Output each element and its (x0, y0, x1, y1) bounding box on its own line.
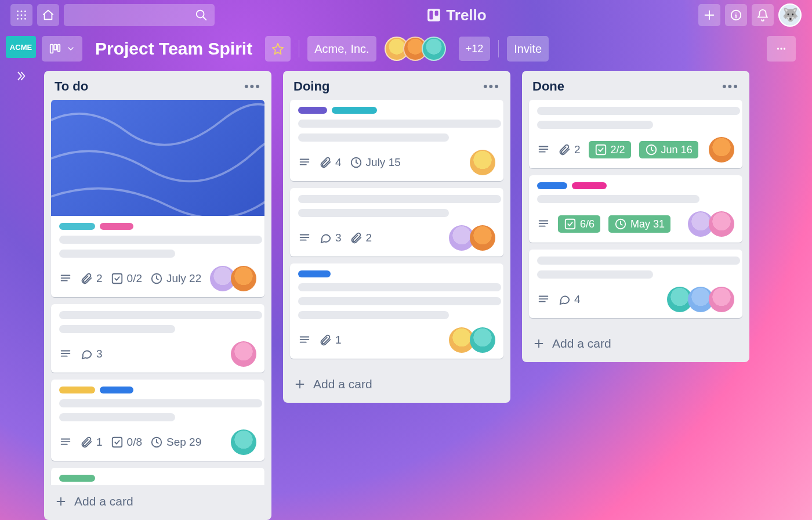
card-labels (537, 182, 734, 189)
card-title-placeholder (298, 133, 449, 142)
comments-badge: 3 (80, 348, 103, 360)
list-title[interactable]: To do (55, 79, 88, 94)
card[interactable]: 4July 15 (290, 100, 503, 181)
expand-rail-button[interactable] (11, 66, 31, 86)
info-button[interactable] (725, 4, 747, 26)
card-label[interactable] (332, 107, 377, 114)
card-title-placeholder (59, 236, 262, 244)
card-title-placeholder (298, 297, 501, 305)
svg-rect-14 (50, 45, 53, 53)
card-label[interactable] (572, 182, 607, 189)
member-avatar[interactable] (231, 341, 256, 367)
search-icon (195, 9, 208, 21)
card-label[interactable] (298, 270, 331, 277)
description-icon (298, 232, 311, 244)
description-icon (537, 293, 550, 306)
svg-point-2 (24, 10, 26, 12)
card-badges: 3 (59, 339, 256, 367)
card-label[interactable] (59, 387, 95, 393)
cards-container: 4July 15321 (283, 100, 510, 368)
member-avatar[interactable] (470, 225, 495, 251)
more-members-count[interactable]: +12 (459, 37, 491, 61)
svg-point-3 (17, 15, 19, 16)
list-menu-button[interactable]: ••• (244, 79, 261, 94)
notifications-button[interactable] (752, 4, 774, 26)
apps-button[interactable] (10, 4, 32, 26)
card[interactable]: 4 (529, 250, 742, 318)
card[interactable] (51, 468, 264, 485)
card[interactable]: 22/2Jun 16 (529, 100, 742, 168)
member-avatar[interactable] (470, 327, 495, 353)
card[interactable]: 6/6May 31 (529, 175, 742, 243)
member-avatar[interactable] (231, 429, 256, 455)
list-title[interactable]: Done (532, 79, 564, 94)
board-icon (49, 42, 61, 55)
divider (299, 40, 299, 57)
list: To do•••20/2July 22310/8Sep 29Add a card (44, 71, 271, 520)
board-view-switch[interactable] (42, 36, 82, 62)
card-label[interactable] (59, 475, 95, 482)
description-icon (59, 436, 72, 449)
card-label[interactable] (100, 223, 133, 230)
member-avatar[interactable] (709, 137, 734, 162)
card-title-placeholder (59, 325, 175, 333)
member-avatar[interactable] (709, 211, 734, 237)
card-label[interactable] (100, 387, 133, 393)
star-board-button[interactable] (265, 36, 291, 62)
due-date: Sep 29 (166, 436, 201, 449)
card-label[interactable] (298, 107, 327, 114)
checklist-badge-done: 2/2 (589, 141, 631, 158)
card-members (688, 211, 734, 237)
svg-rect-22 (112, 438, 122, 447)
list-menu-button[interactable]: ••• (722, 79, 739, 94)
member-avatar[interactable] (470, 150, 495, 175)
workspace-button[interactable]: Acme, Inc. (307, 36, 376, 62)
member-avatar[interactable] (422, 37, 446, 61)
board-menu-button[interactable] (767, 36, 796, 62)
card-label[interactable] (537, 182, 567, 189)
list-menu-button[interactable]: ••• (483, 79, 500, 94)
plus-icon (703, 9, 716, 21)
checklist-badge-done: 6/6 (558, 215, 600, 233)
description-icon (59, 272, 72, 285)
create-button[interactable] (698, 4, 720, 26)
search-box[interactable] (64, 4, 215, 26)
home-button[interactable] (37, 4, 59, 26)
card-title-placeholder (298, 120, 501, 128)
invite-button[interactable]: Invite (507, 36, 549, 62)
member-avatar[interactable] (231, 266, 256, 291)
list-title[interactable]: Doing (293, 79, 329, 94)
account-avatar[interactable]: 🐺 (778, 3, 802, 27)
team-chip[interactable]: ACME (6, 36, 36, 58)
attachment-count: 2 (96, 272, 103, 285)
card-label[interactable] (59, 223, 95, 230)
comment-count: 3 (96, 348, 103, 360)
svg-point-19 (784, 48, 785, 49)
attachment-count: 2 (366, 232, 372, 244)
card[interactable]: 1 (290, 263, 503, 359)
comments-badge: 3 (319, 232, 342, 244)
card[interactable]: 32 (290, 188, 503, 257)
card[interactable]: 3 (51, 304, 264, 373)
card-title-placeholder (537, 195, 699, 203)
svg-point-18 (780, 48, 782, 49)
list: Done•••22/2Jun 166/6May 314Add a card (522, 71, 749, 362)
card[interactable]: 10/8Sep 29 (51, 380, 264, 461)
add-card-button[interactable]: Add a card (522, 327, 749, 362)
card-title-placeholder (59, 250, 175, 258)
brand-logo: Trello (426, 6, 486, 24)
add-card-button[interactable]: Add a card (283, 368, 510, 403)
attachments-badge: 4 (319, 156, 342, 169)
member-avatar[interactable] (709, 287, 734, 312)
card[interactable]: 20/2July 22 (51, 100, 264, 297)
board-members[interactable] (385, 37, 446, 61)
card-labels (298, 270, 495, 277)
add-card-button[interactable]: Add a card (44, 485, 271, 520)
card-title-placeholder (298, 283, 501, 291)
card-badges: 32 (298, 223, 495, 251)
card-badges: 22/2Jun 16 (537, 135, 734, 162)
card-members (231, 429, 256, 455)
card-labels (59, 475, 256, 482)
card-title-placeholder (298, 311, 449, 319)
board-title[interactable]: Project Team Spirit (90, 39, 257, 59)
